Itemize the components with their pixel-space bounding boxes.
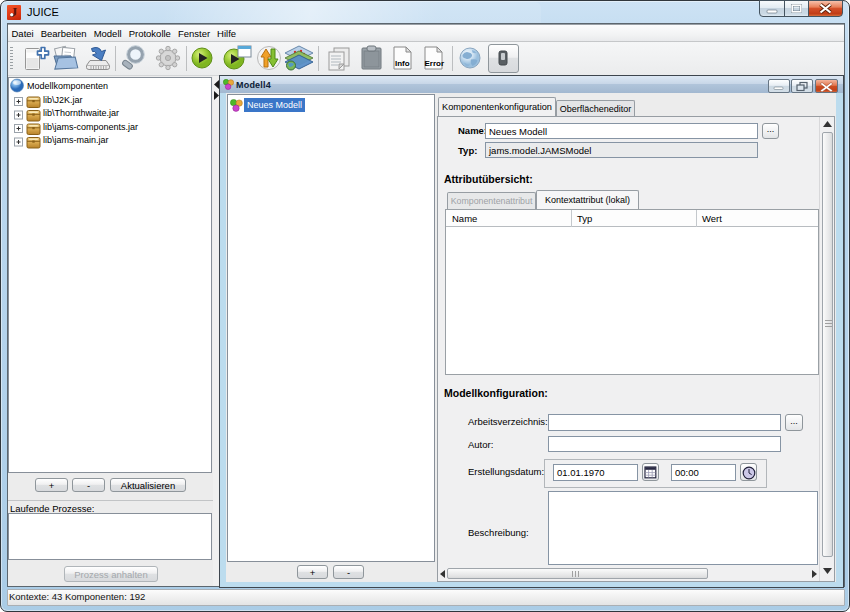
svg-text:Info: Info	[395, 59, 410, 68]
svg-text:Error: Error	[425, 59, 445, 68]
